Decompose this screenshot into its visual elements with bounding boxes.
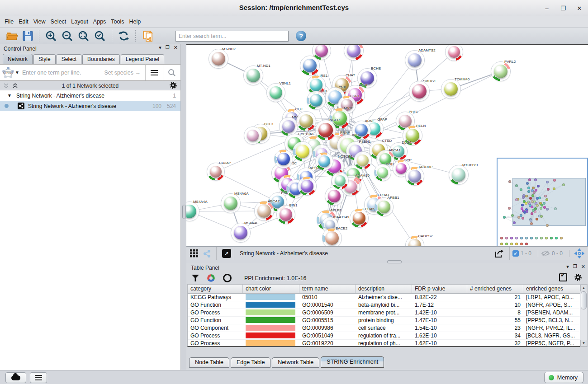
splitter-handle[interactable] <box>182 205 186 219</box>
open-in-window-button[interactable]: ➚ <box>222 249 231 258</box>
network-node[interactable]: CADPS2 <box>405 236 424 247</box>
tab-select[interactable]: Select <box>57 54 81 64</box>
network-node[interactable]: MT-ND1 <box>243 66 263 85</box>
tab-network[interactable]: Network <box>3 54 33 64</box>
column-header-chart-color[interactable]: chart color <box>243 285 299 293</box>
table-row[interactable]: GO ComponentGO:0009986cell surface1.54E-… <box>188 324 580 332</box>
column-header-term-name[interactable]: term name <box>299 285 356 293</box>
memory-button[interactable]: Memory <box>544 372 583 383</box>
table-row[interactable]: GO ProcessGO:0051049regulation of tra...… <box>188 332 580 340</box>
column-header--enriched-genes[interactable]: # enriched genes <box>467 285 523 293</box>
network-node[interactable] <box>325 187 344 206</box>
menu-file[interactable]: File <box>5 18 18 26</box>
column-header-fdr-p-value[interactable]: FDR p-value <box>412 285 467 293</box>
species-hint[interactable]: Set species → <box>104 70 141 76</box>
string-logo[interactable]: STRING <box>1 66 15 80</box>
table-row[interactable]: KEGG Pathways05010Alzheimer's dise...8.8… <box>188 294 580 301</box>
network-collection-row[interactable]: ▼ String Network - Alzheimer's disease 1 <box>0 90 180 101</box>
network-node[interactable]: GDI1 <box>374 164 391 181</box>
cloud-tasks-button[interactable] <box>5 372 26 383</box>
clone-network-button[interactable] <box>142 30 154 42</box>
selected-nodes-icon[interactable]: ✔ <box>512 250 519 257</box>
tab-string-enrichment[interactable]: STRING Enrichment <box>321 356 384 368</box>
menu-select[interactable]: Select <box>51 18 71 26</box>
column-header-enriched-genes[interactable]: enriched genes <box>523 285 580 293</box>
grid-view-button[interactable] <box>190 249 198 258</box>
menu-help[interactable]: Help <box>129 18 145 26</box>
expand-triangle-icon[interactable]: ▼ <box>7 93 12 98</box>
network-node[interactable] <box>293 141 313 161</box>
network-canvas[interactable]: MT-ND2MT-ND1VSNL1GAB2ADAMTS2PVRL2TOMM40S… <box>186 44 588 247</box>
birdseye-toggle-button[interactable] <box>203 249 211 258</box>
network-node[interactable]: CD2AP <box>207 163 225 181</box>
network-node[interactable]: SMUG1 <box>409 81 430 102</box>
network-node[interactable]: ADAMTS2 <box>405 50 425 70</box>
panel-float-icon[interactable]: ❐ <box>573 264 577 270</box>
network-node[interactable]: ABCA7 <box>254 201 274 221</box>
network-node[interactable]: MT-ND2 <box>209 49 228 69</box>
menu-tools[interactable]: Tools <box>111 18 128 26</box>
tab-node-table[interactable]: Node Table <box>189 357 229 368</box>
network-node[interactable] <box>296 111 316 131</box>
network-node[interactable] <box>298 177 317 196</box>
tab-edge-table[interactable]: Edge Table <box>231 357 270 368</box>
zoom-selected-button[interactable] <box>94 30 106 42</box>
table-row[interactable]: GO FunctionGO:0005515protein binding1.47… <box>188 317 580 324</box>
gear-icon[interactable] <box>170 82 177 89</box>
tab-network-table[interactable]: Network Table <box>272 357 319 368</box>
chart-color-icon[interactable] <box>207 274 215 282</box>
column-header-description[interactable]: description <box>356 285 412 293</box>
tab-legend-panel[interactable]: Legend Panel <box>121 54 164 64</box>
string-dropdown-caret[interactable]: ▼ <box>15 70 19 75</box>
refresh-button[interactable] <box>118 30 129 42</box>
panel-close-icon[interactable]: ✕ <box>581 264 585 270</box>
network-node[interactable]: BIN1 <box>276 205 295 224</box>
zoom-out-button[interactable] <box>62 30 73 42</box>
menu-layout[interactable]: Layout <box>71 18 92 26</box>
string-search-button[interactable] <box>163 65 180 80</box>
export-network-button[interactable] <box>494 249 504 258</box>
search-input[interactable] <box>175 31 289 42</box>
pan-tool-button[interactable] <box>574 248 584 258</box>
zoom-in-button[interactable] <box>45 30 57 42</box>
menu-edit[interactable]: Edit <box>19 18 33 26</box>
table-row[interactable]: GO ProcessGO:0019220regulation of ph...1… <box>188 340 580 347</box>
network-row[interactable]: String Network - Alzheimer's disease 100… <box>0 101 180 111</box>
tab-boundaries[interactable]: Boundaries <box>82 54 120 64</box>
panel-float-icon[interactable]: ❐ <box>166 45 170 51</box>
zoom-fit-button[interactable] <box>78 30 90 42</box>
network-node[interactable]: NGFR <box>315 120 336 140</box>
network-node[interactable]: MS4A6A <box>221 193 241 213</box>
network-node[interactable]: VSNL1 <box>266 83 285 102</box>
network-node[interactable] <box>315 152 333 170</box>
table-row[interactable]: GO ProcessGO:0006509membrane prot...1.42… <box>188 309 580 317</box>
network-node[interactable] <box>332 172 349 189</box>
network-node[interactable] <box>244 126 262 145</box>
help-button[interactable]: ? <box>296 31 306 41</box>
network-node[interactable]: MS4A4A <box>186 201 199 221</box>
table-vertical-scrollbar[interactable]: ▲ ▼ <box>580 284 588 347</box>
open-session-button[interactable] <box>6 31 18 41</box>
menu-view[interactable]: View <box>33 18 50 26</box>
maximize-button[interactable]: ❐ <box>558 3 568 13</box>
string-options-button[interactable] <box>145 65 163 80</box>
network-node[interactable]: EPHA5 <box>350 209 369 228</box>
network-node[interactable]: PVRL2 <box>491 61 511 81</box>
task-history-button[interactable] <box>30 372 47 383</box>
network-node[interactable]: BACE2 <box>322 228 342 247</box>
close-button[interactable]: ✕ <box>574 3 584 13</box>
network-node[interactable]: MTHFD1L <box>449 165 469 185</box>
network-node[interactable] <box>354 151 372 169</box>
network-node[interactable] <box>274 150 293 169</box>
scroll-up-arrow[interactable]: ▲ <box>580 285 587 291</box>
ring-chart-icon[interactable] <box>223 274 232 282</box>
tab-style[interactable]: Style <box>33 54 56 64</box>
column-header-category[interactable]: category <box>188 285 243 293</box>
network-node[interactable]: APBB1 <box>375 197 394 216</box>
string-query-input[interactable] <box>21 69 104 76</box>
network-node[interactable] <box>344 44 364 61</box>
network-node[interactable] <box>445 44 463 61</box>
panel-collapse-icon[interactable]: ▾ <box>159 45 161 51</box>
birds-eye-view[interactable] <box>497 158 588 247</box>
minimize-button[interactable]: – <box>542 3 552 13</box>
